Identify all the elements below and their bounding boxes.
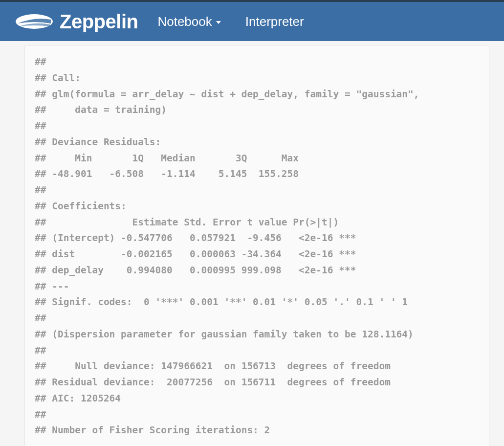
content-area: ## ## Call: ## glm(formula = arr_delay ~… xyxy=(0,41,504,446)
brand-text: Zeppelin xyxy=(60,11,138,33)
topbar-shadow: Zeppelin Notebook Interpreter xyxy=(0,0,504,41)
zeppelin-logo-icon xyxy=(15,12,54,31)
nav-interpreter[interactable]: Interpreter xyxy=(245,14,304,29)
chevron-down-icon xyxy=(216,21,221,24)
output-text: ## ## Call: ## glm(formula = arr_delay ~… xyxy=(35,54,479,439)
nav-interpreter-label: Interpreter xyxy=(245,14,304,29)
brand[interactable]: Zeppelin xyxy=(15,11,138,33)
topbar: Zeppelin Notebook Interpreter xyxy=(0,2,504,41)
output-panel: ## ## Call: ## glm(formula = arr_delay ~… xyxy=(24,45,489,446)
nav-notebook[interactable]: Notebook xyxy=(157,14,220,29)
nav-notebook-label: Notebook xyxy=(157,14,212,29)
nav: Notebook Interpreter xyxy=(157,14,304,29)
